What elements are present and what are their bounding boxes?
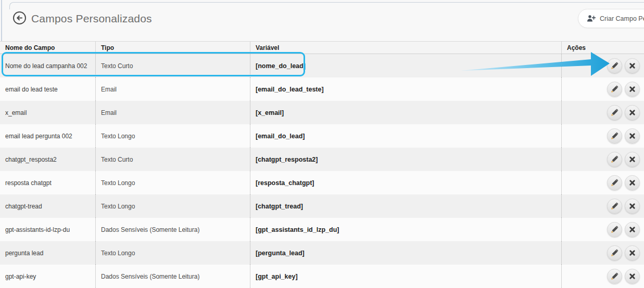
- column-header-nome-do-campo: Nome do Campo: [0, 42, 95, 54]
- arrow-left-circle-icon: [12, 19, 27, 27]
- field-name-cell: resposta chatgpt: [0, 171, 95, 194]
- delete-button[interactable]: [625, 82, 640, 97]
- row-actions-cell: [561, 148, 644, 171]
- delete-button[interactable]: [625, 245, 640, 260]
- field-variable-cell: [gpt_assistants_id_lzp_du]: [250, 218, 561, 241]
- edit-button[interactable]: [607, 175, 622, 190]
- row-actions-cell: [561, 171, 644, 194]
- row-actions-cell: [561, 265, 644, 288]
- pencil-icon: [611, 202, 618, 210]
- delete-button[interactable]: [625, 152, 640, 167]
- row-actions-cell: [561, 54, 644, 77]
- field-name-cell: chatgpt-tread: [0, 194, 95, 218]
- field-name-cell: pergunta lead: [0, 241, 95, 265]
- x-icon: [629, 109, 636, 116]
- row-actions-cell: [561, 101, 644, 124]
- field-name-cell: x_email: [0, 101, 95, 124]
- field-name-cell: gpt-api-key: [0, 265, 95, 288]
- x-icon: [629, 86, 636, 93]
- custom-fields-table: Nome do Campo Tipo Variável Ações Nome d…: [0, 41, 644, 288]
- table-row: gpt-api-key Dados Sensíveis (Somente Lei…: [0, 265, 644, 288]
- field-type-cell: Email: [95, 77, 250, 101]
- table-row: gpt-assistants-id-lzp-du Dados Sensíveis…: [0, 218, 644, 241]
- field-name-cell: gpt-assistants-id-lzp-du: [0, 218, 95, 241]
- edit-button[interactable]: [607, 245, 622, 260]
- create-custom-field-button[interactable]: Criar Campo Personalizado: [578, 9, 644, 28]
- pencil-icon: [611, 85, 618, 93]
- edit-button[interactable]: [607, 128, 622, 143]
- edit-button[interactable]: [607, 222, 622, 237]
- table-row: chatgpt-tread Texto Longo [chatgpt_tread…: [0, 194, 644, 218]
- column-header-tipo: Tipo: [95, 42, 250, 54]
- field-variable-cell: [pergunta_lead]: [250, 241, 561, 265]
- delete-button[interactable]: [625, 58, 640, 73]
- field-variable-cell: [chatgpt_tread]: [250, 194, 561, 218]
- edit-button[interactable]: [607, 199, 622, 214]
- field-name-cell: Nome do lead campanha 002: [0, 54, 95, 77]
- x-icon: [629, 133, 636, 139]
- delete-button[interactable]: [625, 269, 640, 284]
- table-row: email lead pergunta 002 Texto Longo [ema…: [0, 124, 644, 148]
- delete-button[interactable]: [625, 105, 640, 120]
- edit-button[interactable]: [607, 269, 622, 284]
- table-row-highlighted: Nome do lead campanha 002 Texto Curto [n…: [0, 54, 644, 77]
- delete-button[interactable]: [625, 199, 640, 214]
- field-type-cell: Texto Longo: [95, 194, 250, 218]
- pencil-icon: [611, 249, 618, 257]
- field-variable-cell: [email_do_lead]: [250, 124, 561, 148]
- field-type-cell: Email: [95, 101, 250, 124]
- field-variable-cell: [gpt_api_key]: [250, 265, 561, 288]
- field-type-cell: Texto Longo: [95, 171, 250, 194]
- edit-button[interactable]: [607, 58, 622, 73]
- field-type-cell: Dados Sensíveis (Somente Leitura): [95, 265, 250, 288]
- edit-button[interactable]: [607, 82, 622, 97]
- x-icon: [629, 226, 636, 233]
- x-icon: [629, 62, 636, 69]
- field-type-cell: Dados Sensíveis (Somente Leitura): [95, 218, 250, 241]
- delete-button[interactable]: [625, 175, 640, 190]
- delete-button[interactable]: [625, 222, 640, 237]
- table-header-row: Nome do Campo Tipo Variável Ações: [0, 41, 644, 54]
- field-variable-cell: [x_email]: [250, 101, 561, 124]
- field-variable-cell: [nome_do_lead]: [250, 54, 561, 77]
- back-button[interactable]: [12, 11, 27, 25]
- table-row: resposta chatgpt Texto Longo [resposta_c…: [0, 171, 644, 194]
- table-row: email do lead teste Email [email_do_lead…: [0, 77, 644, 101]
- table-row: x_email Email [x_email]: [0, 101, 644, 124]
- field-type-cell: Texto Curto: [95, 148, 250, 171]
- x-icon: [629, 203, 636, 210]
- pencil-icon: [611, 179, 618, 187]
- row-actions-cell: [561, 241, 644, 265]
- edit-button[interactable]: [607, 152, 622, 167]
- row-actions-cell: [561, 77, 644, 101]
- delete-button[interactable]: [625, 128, 640, 143]
- x-icon: [629, 179, 636, 186]
- table-row: chatgpt_resposta2 Texto Curto [chatgpt_r…: [0, 148, 644, 171]
- create-custom-field-label: Criar Campo Personalizado: [600, 15, 644, 22]
- row-actions-cell: [561, 218, 644, 241]
- pencil-icon: [611, 226, 618, 233]
- field-variable-cell: [chatgpt_resposta2]: [250, 148, 561, 171]
- pencil-icon: [611, 62, 618, 70]
- table-body: Nome do lead campanha 002 Texto Curto [n…: [0, 54, 644, 288]
- row-actions-cell: [561, 194, 644, 218]
- x-icon: [629, 250, 636, 256]
- column-header-variavel: Variável: [250, 42, 561, 54]
- field-type-cell: Texto Longo: [95, 241, 250, 265]
- pencil-icon: [611, 132, 618, 140]
- x-icon: [629, 156, 636, 163]
- pencil-icon: [611, 155, 618, 163]
- field-variable-cell: [resposta_chatgpt]: [250, 171, 561, 194]
- pencil-icon: [611, 109, 618, 116]
- field-variable-cell: [email_do_lead_teste]: [250, 77, 561, 101]
- field-type-cell: Texto Curto: [95, 54, 250, 77]
- edit-button[interactable]: [607, 105, 622, 120]
- field-type-cell: Texto Longo: [95, 124, 250, 148]
- field-name-cell: email do lead teste: [0, 77, 95, 101]
- column-header-acoes: Ações: [561, 42, 644, 54]
- field-name-cell: email lead pergunta 002: [0, 124, 95, 148]
- page-header: Campos Personalizados Criar Campo Person…: [0, 0, 644, 41]
- field-name-cell: chatgpt_resposta2: [0, 148, 95, 171]
- x-icon: [629, 273, 636, 280]
- page-title: Campos Personalizados: [31, 12, 152, 25]
